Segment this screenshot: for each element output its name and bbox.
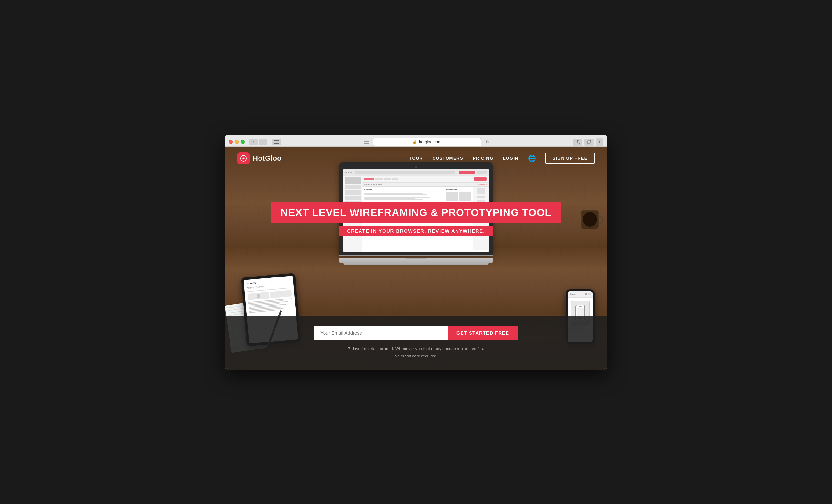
browser-nav-buttons: ‹ ›: [249, 139, 267, 145]
svg-rect-0: [274, 140, 279, 141]
tablet-screen-content: STATION Always in Front Row: [244, 276, 296, 316]
browser-chrome: ‹ ›: [225, 135, 607, 146]
reader-view-icon: [363, 140, 370, 145]
get-started-button[interactable]: GET STARTED FREE: [447, 326, 518, 340]
lock-icon: 🔒: [413, 140, 417, 144]
duplicate-button[interactable]: [584, 139, 594, 146]
new-tab-button[interactable]: +: [596, 138, 603, 146]
tool-dot: [345, 172, 346, 173]
trial-text: 7 days free trial included. Whenever you…: [237, 345, 595, 352]
nav-tour[interactable]: TOUR: [409, 156, 423, 161]
laptop-base: [339, 258, 493, 263]
website-content: HotGloo TOUR CUSTOMERS PRICING LOGIN 🌐 S…: [225, 146, 607, 369]
headline-background: NEXT LEVEL WIREFRAMING & PROTOTYPING TOO…: [271, 202, 561, 223]
navbar: HotGloo TOUR CUSTOMERS PRICING LOGIN 🌐 S…: [225, 146, 607, 170]
screen-toolbar: [343, 169, 489, 176]
url-text: hotgloo.com: [419, 140, 442, 144]
tool-dot: [348, 172, 349, 173]
signup-button[interactable]: SIGN UP FREE: [545, 152, 595, 164]
svg-rect-1: [274, 142, 279, 142]
browser-actions: +: [573, 138, 603, 146]
globe-icon[interactable]: 🌐: [528, 155, 536, 162]
subheadline-background: CREATE IN YOUR BROWSER. REVIEW ANYWHERE.: [339, 226, 493, 236]
traffic-lights: [229, 140, 245, 144]
email-input[interactable]: [314, 326, 447, 340]
cta-form: GET STARTED FREE: [314, 326, 518, 340]
back-button[interactable]: ‹: [249, 139, 258, 145]
svg-rect-2: [274, 143, 279, 144]
share-button[interactable]: [573, 139, 582, 146]
laptop-hinge: [339, 255, 493, 256]
logo-icon: [237, 152, 250, 164]
minimize-button[interactable]: [235, 140, 239, 144]
svg-rect-7: [588, 140, 591, 143]
svg-rect-4: [364, 141, 369, 142]
cta-fine-print: 7 days free trial included. Whenever you…: [237, 345, 595, 360]
laptop-bottom: [343, 263, 489, 265]
address-bar[interactable]: 🔒 hotgloo.com: [373, 138, 482, 146]
logo-area: HotGloo: [237, 152, 282, 164]
maximize-button[interactable]: [241, 140, 245, 144]
headline-text: NEXT LEVEL WIREFRAMING & PROTOTYPING TOO…: [281, 207, 551, 218]
subheadline-text: CREATE IN YOUR BROWSER. REVIEW ANYWHERE.: [347, 228, 485, 233]
svg-rect-3: [364, 140, 369, 140]
browser-top-bar: ‹ ›: [229, 138, 603, 146]
nav-customers[interactable]: CUSTOMERS: [433, 156, 463, 161]
phone-screen-header: Station: [568, 291, 593, 298]
nav-pricing[interactable]: PRICING: [473, 156, 493, 161]
hero-section: HotGloo TOUR CUSTOMERS PRICING LOGIN 🌐 S…: [225, 146, 607, 369]
logo-text: HotGloo: [253, 154, 282, 163]
browser-window: ‹ ›: [225, 135, 607, 369]
cta-overlay: GET STARTED FREE 7 days free trial inclu…: [225, 316, 607, 369]
close-button[interactable]: [229, 140, 233, 144]
reload-button[interactable]: ↻: [484, 139, 492, 145]
nav-links: TOUR CUSTOMERS PRICING LOGIN 🌐 SIGN UP F…: [409, 152, 595, 164]
nav-login[interactable]: LOGIN: [503, 156, 519, 161]
svg-rect-5: [364, 143, 369, 144]
tab-view-button[interactable]: [271, 139, 281, 145]
tool-dot: [350, 172, 352, 173]
forward-button[interactable]: ›: [259, 139, 267, 145]
no-cc-text: No credit card required.: [237, 352, 595, 360]
